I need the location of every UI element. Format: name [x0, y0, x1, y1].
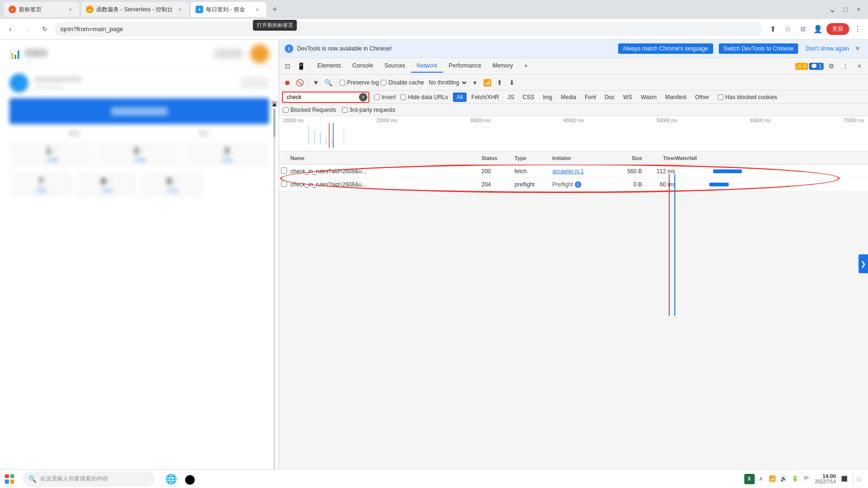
hide-data-urls-checkbox[interactable] — [400, 94, 406, 100]
switch-to-chinese-button[interactable]: Switch DevTools to Chinese — [719, 43, 799, 54]
throttle-select[interactable]: No throttling — [426, 79, 468, 86]
bookmark-icon[interactable]: ☆ — [781, 23, 794, 36]
excel-icon[interactable]: X — [744, 474, 755, 484]
preserve-log-label[interactable]: Preserve log — [340, 79, 379, 86]
volume-icon[interactable]: 🔊 — [779, 474, 789, 483]
row2-checkbox[interactable] — [281, 181, 287, 187]
col-name-header[interactable]: Name — [290, 155, 482, 161]
filter-wasm[interactable]: Wasm — [637, 93, 661, 102]
blocked-requests-label[interactable]: Blocked Requests — [283, 107, 336, 113]
battery-icon[interactable]: 🔋 — [791, 474, 800, 483]
filter-manifest[interactable]: Manifest — [661, 93, 690, 102]
col-initiator-header[interactable]: Initiator — [553, 155, 609, 161]
minimize-button[interactable]: ⌄ — [826, 4, 838, 15]
filter-other[interactable]: Other — [691, 93, 713, 102]
preflight-info-icon[interactable]: i — [575, 181, 581, 188]
tab-sources[interactable]: Sources — [379, 59, 411, 73]
filter-ws[interactable]: WS — [620, 93, 636, 102]
wifi-icon[interactable]: 📶 — [482, 77, 493, 88]
match-language-button[interactable]: Always match Chrome's language — [618, 43, 713, 54]
blocked-cookies-label[interactable]: Has blocked cookies — [718, 94, 777, 101]
filter-js[interactable]: JS — [504, 93, 518, 102]
maximize-button[interactable]: □ — [840, 4, 851, 15]
tab2-close[interactable]: × — [176, 5, 184, 14]
devtools-close-icon[interactable]: × — [853, 59, 866, 73]
filter-img[interactable]: Img — [539, 93, 556, 102]
wifi-taskbar-icon[interactable]: 📶 — [768, 474, 777, 483]
more-options-icon[interactable]: ⋮ — [839, 59, 852, 73]
filter-css[interactable]: CSS — [519, 93, 538, 102]
tab-console[interactable]: Console — [347, 59, 379, 73]
invert-checkbox[interactable] — [374, 94, 380, 100]
input-method-icon[interactable]: 中 — [802, 474, 811, 483]
close-button[interactable]: × — [853, 4, 864, 15]
throttle-arrow[interactable]: ▾ — [470, 77, 480, 88]
third-party-requests-label[interactable]: 3rd-party requests — [342, 107, 395, 113]
preserve-log-checkbox[interactable] — [340, 80, 345, 85]
new-tab-button[interactable]: + 打开新的标签页 — [268, 3, 281, 16]
right-panel-handle[interactable]: ❯ — [859, 254, 868, 273]
chevron-up-icon[interactable]: ∧ — [757, 474, 766, 483]
profile-icon[interactable]: 👤 — [811, 23, 825, 36]
filter-doc[interactable]: Doc — [601, 93, 618, 102]
address-bar[interactable]: iqnin?from=main_page — [55, 22, 762, 36]
devtools-inspect-icon[interactable]: ⊡ — [281, 59, 294, 73]
col-size-header[interactable]: Size — [609, 155, 642, 161]
col-time-header[interactable]: Time — [642, 155, 675, 161]
notification-icon[interactable]: ⬛ — [840, 474, 849, 484]
filter-media[interactable]: Media — [557, 93, 580, 102]
taskbar-app-edge[interactable]: 🌐 — [162, 471, 179, 488]
col-type-header[interactable]: Type — [515, 155, 553, 161]
share-icon[interactable]: ⬆ — [766, 23, 779, 36]
search-icon[interactable]: 🔍 — [323, 77, 333, 88]
start-button[interactable] — [0, 470, 19, 488]
table-row-2[interactable]: check_in_rules?aid=2608&u... 204 preflig… — [279, 178, 868, 191]
tab1-close[interactable]: × — [66, 5, 75, 14]
tab3-close[interactable]: × — [253, 5, 262, 14]
taskbar-app-chrome[interactable]: ⬤ — [181, 471, 198, 488]
update-button[interactable]: 更新 — [826, 23, 849, 35]
reload-button[interactable]: ↻ — [38, 23, 51, 36]
tab-network[interactable]: Network — [411, 59, 443, 73]
search-input[interactable] — [282, 92, 369, 103]
tab-performance[interactable]: Performance — [443, 59, 487, 73]
forward-button[interactable]: › — [21, 23, 34, 36]
filter-fetch-xhr[interactable]: Fetch/XHR — [468, 93, 503, 102]
row1-initiator[interactable]: acrawler.js:1 — [553, 168, 609, 175]
upload-icon[interactable]: ⬆ — [494, 77, 505, 88]
filter-font[interactable]: Font — [581, 93, 600, 102]
tab-elements[interactable]: Elements — [312, 59, 347, 73]
scroll-up[interactable]: ▲ — [272, 101, 277, 107]
clear-icon[interactable]: 🚫 — [294, 77, 305, 88]
download-icon[interactable]: ⬇ — [507, 77, 517, 88]
col-status-header[interactable]: Status — [482, 155, 515, 161]
search-clear-button[interactable]: × — [359, 93, 367, 101]
dont-show-again-button[interactable]: Don't show again — [806, 45, 849, 52]
menu-icon[interactable]: ⋮ — [851, 23, 864, 36]
col-waterfall-header[interactable]: Waterfall — [675, 155, 867, 161]
tab-signin[interactable]: ✦ 每日签到 - 摇金 × — [191, 2, 266, 17]
extensions-icon[interactable]: ⊟ — [796, 23, 809, 36]
blocked-requests-checkbox[interactable] — [283, 107, 289, 113]
tab-memory[interactable]: Memory — [487, 59, 519, 73]
taskbar-search[interactable]: 🔍 在这里输入你要搜索的内容 — [23, 471, 155, 487]
info-bar-close[interactable]: × — [853, 44, 862, 53]
invert-label[interactable]: Invert — [374, 94, 396, 101]
scroll-thumb[interactable] — [273, 109, 275, 137]
tab-new-tab[interactable]: ● 新标签页 × — [4, 2, 79, 17]
show-desktop-icon[interactable]: □ — [853, 474, 862, 484]
back-button[interactable]: ‹ — [4, 23, 17, 36]
record-icon[interactable]: ⏺ — [282, 77, 292, 88]
row1-checkbox[interactable] — [281, 168, 287, 174]
filter-all[interactable]: All — [453, 93, 467, 102]
hide-data-urls-label[interactable]: Hide data URLs — [400, 94, 448, 101]
table-row-1[interactable]: check_in_rules?aid=2608&u... 200 fetch a… — [279, 165, 868, 178]
disable-cache-checkbox[interactable] — [381, 80, 386, 85]
tab-serverless[interactable]: ☁ 函数服务 - Serverless - 控制台 × — [81, 2, 189, 17]
disable-cache-label[interactable]: Disable cache — [381, 79, 424, 86]
tab-more[interactable]: » — [519, 59, 533, 73]
blocked-cookies-checkbox[interactable] — [718, 94, 723, 100]
devtools-device-icon[interactable]: 📱 — [294, 59, 307, 73]
filter-icon[interactable]: ▼ — [311, 77, 321, 88]
third-party-requests-checkbox[interactable] — [342, 107, 348, 113]
